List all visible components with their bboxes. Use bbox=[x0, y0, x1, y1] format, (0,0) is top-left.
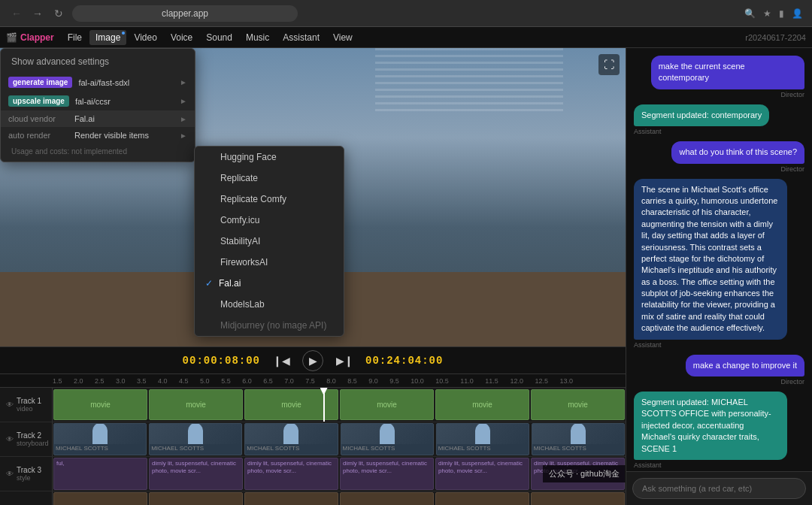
vendor-label: cloud vendor bbox=[8, 114, 68, 123]
ruler-mark: 5.0 bbox=[200, 377, 210, 385]
menu-view[interactable]: View bbox=[327, 30, 359, 45]
skip-forward-button[interactable]: ▶❙ bbox=[335, 352, 353, 370]
vendor-replicate[interactable]: Replicate bbox=[195, 168, 344, 189]
menu-assistant[interactable]: Assistant bbox=[277, 30, 326, 45]
menu-music[interactable]: Music bbox=[240, 30, 275, 45]
main-layout: ⛶ Show advanced settings generate image … bbox=[0, 48, 812, 505]
autorender-row[interactable]: auto render Render visible items ► bbox=[1, 127, 195, 144]
browser-icons: 🔍 ★ ▮ 👤 bbox=[744, 8, 803, 19]
clip-thumbnail bbox=[341, 424, 433, 444]
storyboard-clip[interactable]: MICHAEL SCOTTS bbox=[53, 423, 147, 455]
menu-file[interactable]: File bbox=[62, 30, 88, 45]
watermark: 公众号 · github淘金 bbox=[543, 465, 626, 482]
storyboard-clips: MICHAEL SCOTTS MICHAEL SCOTTS bbox=[53, 422, 626, 456]
storyboard-clip[interactable]: MICHAEL SCOTTS bbox=[244, 423, 338, 455]
style-clip[interactable]: dimly lit, suspenseful, cinematic photo,… bbox=[435, 458, 529, 490]
ruler-mark: 2.5 bbox=[95, 377, 105, 385]
video-clip[interactable]: movie bbox=[531, 389, 625, 420]
video-clip[interactable]: movie bbox=[435, 389, 529, 420]
style-clip[interactable]: dimly lit, suspenseful, cinematic photo,… bbox=[340, 458, 434, 490]
chat-message-3: what do you think of this scene? bbox=[671, 141, 804, 163]
storyboard-clip[interactable]: MICHAEL SCOTTS bbox=[149, 423, 242, 455]
blind-slat bbox=[375, 95, 563, 98]
profile-icon[interactable]: 👤 bbox=[792, 8, 803, 19]
style-clip[interactable]: dimly lit, suspenseful, cinematic photo,… bbox=[244, 458, 338, 490]
track-2-row: 👁 Track 2 storyboard MICHA bbox=[0, 422, 626, 457]
storyboard-clip[interactable]: MICHAEL SCOTTS bbox=[532, 423, 625, 455]
vendor-fireworksai[interactable]: FireworksAI bbox=[195, 252, 344, 273]
track-2-content[interactable]: MICHAEL SCOTTS MICHAEL SCOTTS bbox=[53, 422, 626, 456]
back-button[interactable]: ← bbox=[9, 8, 24, 20]
track-4-clip[interactable] bbox=[435, 492, 529, 505]
track-4-clip[interactable] bbox=[340, 492, 434, 505]
track-2-label: 👁 Track 2 storyboard bbox=[0, 422, 53, 456]
browser-chrome: ← → ↻ clapper.app 🔍 ★ ▮ 👤 bbox=[0, 0, 812, 27]
refresh-button[interactable]: ↻ bbox=[51, 8, 66, 20]
menu-image[interactable]: Image bbox=[89, 30, 126, 45]
upscale-badge[interactable]: upscale image bbox=[8, 95, 69, 107]
vendor-submenu: Hugging Face Replicate Replicate Comfy C… bbox=[194, 146, 344, 337]
track-1-visibility-toggle[interactable]: 👁 bbox=[3, 398, 17, 412]
autorender-label: auto render bbox=[8, 131, 68, 140]
autorender-arrow-icon: ► bbox=[180, 132, 187, 140]
vendor-row[interactable]: cloud vendor Fal.ai ► bbox=[1, 110, 195, 127]
track-4-content[interactable] bbox=[53, 491, 626, 505]
skip-back-button[interactable]: ❙◀ bbox=[272, 352, 290, 370]
storyboard-clip[interactable]: MICHAEL SCOTTS bbox=[436, 423, 529, 455]
transport-bar: 00:00:08:00 ❙◀ ▶ ▶❙ 00:24:04:00 bbox=[0, 346, 626, 373]
ruler-mark: 8.0 bbox=[326, 377, 336, 385]
chat-messages[interactable]: make the current scene contemporary Dire… bbox=[626, 48, 812, 471]
url-bar[interactable]: clapper.app bbox=[72, 5, 298, 22]
video-area: ⛶ Show advanced settings generate image … bbox=[0, 48, 626, 346]
play-button[interactable]: ▶ bbox=[302, 350, 323, 371]
chat-message-1-wrapper: make the current scene contemporary Dire… bbox=[634, 56, 804, 98]
storyboard-clip[interactable]: MICHAEL SCOTTS bbox=[341, 423, 434, 455]
upscale-value[interactable]: fal-ai/ccsr bbox=[75, 97, 174, 106]
generate-badge[interactable]: generate image bbox=[8, 77, 72, 88]
style-clip[interactable]: dimly lit, suspenseful, cinematic photo,… bbox=[149, 458, 243, 490]
style-clip[interactable]: ful, bbox=[53, 458, 147, 490]
vendor-stabilityai[interactable]: StabilityAI bbox=[195, 231, 344, 252]
chat-message-6-wrapper: Segment updated: MICHAEL SCOTT'S OFFICE … bbox=[634, 392, 804, 469]
track-1-content[interactable]: movie movie movie movie movie movie bbox=[53, 388, 626, 422]
settings-dropdown: Show advanced settings generate image fa… bbox=[0, 48, 195, 162]
style-clip-text: dimly lit, suspenseful, cinematic photo,… bbox=[438, 460, 526, 476]
video-clip[interactable]: movie bbox=[244, 389, 338, 420]
track-2-type: storyboard bbox=[17, 440, 46, 447]
track-2-visibility-toggle[interactable]: 👁 bbox=[3, 433, 17, 446]
menu-sound[interactable]: Sound bbox=[200, 30, 238, 45]
track-3-content[interactable]: ful, dimly lit, suspenseful, cinematic p… bbox=[53, 457, 626, 491]
chat-label-5: Director bbox=[780, 378, 804, 386]
chat-input[interactable] bbox=[632, 478, 806, 499]
generate-value[interactable]: fal-ai/fast-sdxl bbox=[78, 78, 174, 87]
chat-message-2-wrapper: Segment updated: contemporary Assistant bbox=[634, 104, 804, 135]
extensions-icon[interactable]: ▮ bbox=[779, 8, 784, 19]
track-4-clip[interactable] bbox=[53, 492, 147, 505]
video-clip[interactable]: movie bbox=[149, 389, 243, 420]
video-clip[interactable]: movie bbox=[53, 389, 147, 420]
style-clip-text: dimly lit, suspenseful, cinematic photo,… bbox=[247, 460, 335, 476]
ruler-mark: 3.5 bbox=[137, 377, 147, 385]
vendor-midjourney[interactable]: Midjourney (no image API) bbox=[195, 315, 344, 336]
search-icon[interactable]: 🔍 bbox=[744, 8, 756, 19]
menu-video[interactable]: Video bbox=[128, 30, 162, 45]
forward-button[interactable]: → bbox=[30, 8, 45, 20]
vendor-comfy-icu[interactable]: Comfy.icu bbox=[195, 210, 344, 231]
menu-voice[interactable]: Voice bbox=[165, 30, 198, 45]
vendor-replicate-comfy[interactable]: Replicate Comfy bbox=[195, 189, 344, 210]
chat-label-3: Director bbox=[780, 165, 804, 173]
clip-figure bbox=[475, 423, 490, 444]
track-3-visibility-toggle[interactable]: 👁 bbox=[3, 467, 17, 481]
expand-button[interactable]: ⛶ bbox=[598, 54, 620, 75]
vendor-modelslab[interactable]: ModelsLab bbox=[195, 294, 344, 315]
track-4-clip[interactable] bbox=[531, 492, 625, 505]
vendor-fal-ai[interactable]: Fal.ai bbox=[195, 273, 344, 294]
settings-title: Show advanced settings bbox=[1, 49, 195, 73]
vendor-huggingface[interactable]: Hugging Face bbox=[195, 147, 344, 168]
video-clip[interactable]: movie bbox=[340, 389, 434, 420]
track-4-visibility-toggle[interactable]: 👁 bbox=[3, 502, 17, 506]
ruler-mark: 9.5 bbox=[389, 377, 399, 385]
track-4-clip[interactable] bbox=[244, 492, 338, 505]
track-4-clip[interactable] bbox=[149, 492, 243, 505]
bookmark-icon[interactable]: ★ bbox=[763, 8, 771, 19]
